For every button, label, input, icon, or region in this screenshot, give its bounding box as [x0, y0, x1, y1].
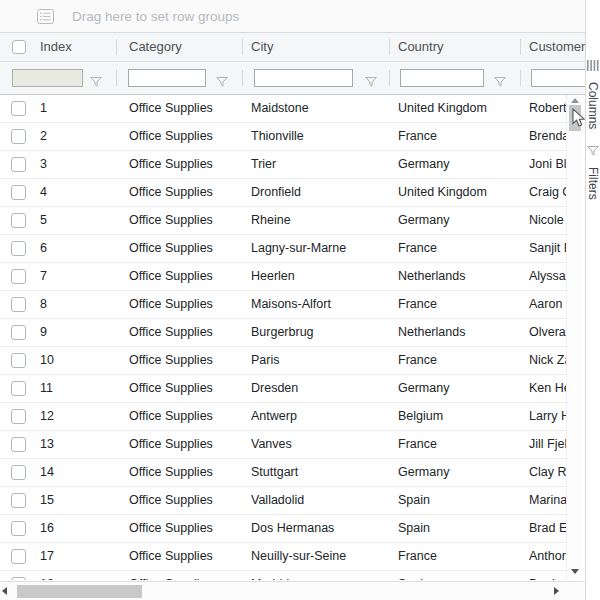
cell-category: Office Supplies — [129, 319, 213, 346]
table-row[interactable]: 15 Office Supplies Valladolid Spain Mari… — [0, 487, 566, 515]
tab-columns-label: Columns — [586, 82, 600, 129]
row-checkbox[interactable] — [11, 101, 26, 116]
row-group-drop-zone[interactable]: Drag here to set row groups — [0, 0, 585, 33]
row-checkbox[interactable] — [11, 437, 26, 452]
row-checkbox[interactable] — [11, 465, 26, 480]
columns-icon — [587, 57, 599, 75]
cell-customer: Craig C — [529, 179, 566, 206]
row-checkbox[interactable] — [11, 157, 26, 172]
filter-funnel-icon[interactable] — [90, 73, 102, 91]
cell-city: Vanves — [251, 431, 292, 458]
table-row[interactable]: 5 Office Supplies Rheine Germany Nicole — [0, 207, 566, 235]
grid-main: Drag here to set row groups Index Catego… — [0, 0, 585, 600]
cell-customer: Robert — [529, 95, 566, 122]
cell-country: France — [398, 431, 437, 458]
table-row[interactable]: 8 Office Supplies Maisons-Alfort France … — [0, 291, 566, 319]
row-checkbox[interactable] — [11, 409, 26, 424]
scroll-up-arrow-icon[interactable] — [571, 98, 579, 103]
row-checkbox[interactable] — [11, 269, 26, 284]
table-row[interactable]: 10 Office Supplies Paris France Nick Za — [0, 347, 566, 375]
scroll-left-arrow-icon[interactable] — [2, 587, 7, 595]
table-row[interactable]: 1 Office Supplies Maidstone United Kingd… — [0, 95, 566, 123]
row-checkbox[interactable] — [11, 577, 26, 580]
filter-funnel-icon[interactable] — [494, 73, 506, 91]
table-row[interactable]: 18 Office Supplies Madrid Spain Dani — [0, 571, 566, 580]
scroll-down-arrow-icon[interactable] — [571, 569, 579, 574]
scroll-right-arrow-icon[interactable] — [554, 587, 559, 595]
vertical-scrollbar-thumb[interactable] — [569, 105, 581, 131]
table-row[interactable]: 9 Office Supplies Burgerbrug Netherlands… — [0, 319, 566, 347]
column-header-category[interactable]: Category — [129, 33, 182, 61]
cell-category: Office Supplies — [129, 515, 213, 542]
row-checkbox[interactable] — [11, 129, 26, 144]
cell-index: 1 — [40, 95, 47, 122]
cell-index: 7 — [40, 263, 47, 290]
row-checkbox[interactable] — [11, 521, 26, 536]
column-header-city[interactable]: City — [251, 33, 273, 61]
row-checkbox[interactable] — [11, 325, 26, 340]
table-row[interactable]: 6 Office Supplies Lagny-sur-Marne France… — [0, 235, 566, 263]
table-row[interactable]: 3 Office Supplies Trier Germany Joni Blu — [0, 151, 566, 179]
filter-input-city[interactable] — [254, 69, 353, 87]
table-row[interactable]: 13 Office Supplies Vanves France Jill Fj… — [0, 431, 566, 459]
cell-country: Spain — [398, 487, 430, 514]
column-header-customer[interactable]: Customer — [529, 33, 585, 61]
cell-customer: Dani — [529, 571, 555, 580]
cell-category: Office Supplies — [129, 291, 213, 318]
column-separator[interactable] — [242, 39, 243, 55]
row-checkbox[interactable] — [11, 353, 26, 368]
cell-index: 15 — [40, 487, 54, 514]
tab-columns[interactable]: Columns — [586, 57, 600, 129]
cell-country: France — [398, 235, 437, 262]
cell-customer: Olvera T — [529, 319, 566, 346]
row-checkbox[interactable] — [11, 493, 26, 508]
filter-input-customer[interactable] — [531, 69, 585, 87]
table-row[interactable]: 12 Office Supplies Antwerp Belgium Larry… — [0, 403, 566, 431]
column-separator[interactable] — [389, 39, 390, 55]
row-checkbox[interactable] — [11, 297, 26, 312]
filter-input-category[interactable] — [128, 69, 206, 87]
cell-country: Belgium — [398, 403, 443, 430]
horizontal-scrollbar-thumb[interactable] — [17, 585, 142, 598]
filter-funnel-icon[interactable] — [365, 73, 377, 91]
filter-funnel-icon[interactable] — [216, 73, 228, 91]
row-checkbox[interactable] — [11, 241, 26, 256]
tab-filters[interactable]: Filters — [586, 142, 600, 200]
table-row[interactable]: 2 Office Supplies Thionville France Bren… — [0, 123, 566, 151]
cell-category: Office Supplies — [129, 543, 213, 570]
table-row[interactable]: 17 Office Supplies Neuilly-sur-Seine Fra… — [0, 543, 566, 571]
cell-customer: Brad Ea — [529, 515, 566, 542]
cell-city: Antwerp — [251, 403, 297, 430]
tab-filters-label: Filters — [586, 167, 600, 200]
table-row[interactable]: 16 Office Supplies Dos Hermanas Spain Br… — [0, 515, 566, 543]
cell-index: 10 — [40, 347, 54, 374]
cell-city: Trier — [251, 151, 276, 178]
cell-country: Netherlands — [398, 319, 465, 346]
cell-index: 12 — [40, 403, 54, 430]
column-separator[interactable] — [116, 39, 117, 55]
table-row[interactable]: 4 Office Supplies Dronfield United Kingd… — [0, 179, 566, 207]
cell-category: Office Supplies — [129, 263, 213, 290]
cell-country: United Kingdom — [398, 179, 487, 206]
row-checkbox[interactable] — [11, 185, 26, 200]
column-header-index[interactable]: Index — [40, 33, 72, 61]
cell-category: Office Supplies — [129, 95, 213, 122]
row-checkbox[interactable] — [11, 549, 26, 564]
vertical-scrollbar[interactable] — [567, 95, 583, 580]
table-row[interactable]: 11 Office Supplies Dresden Germany Ken H… — [0, 375, 566, 403]
column-separator[interactable] — [520, 39, 521, 55]
horizontal-scrollbar[interactable] — [0, 581, 585, 600]
cell-city: Madrid — [251, 571, 289, 580]
cell-category: Office Supplies — [129, 347, 213, 374]
row-checkbox[interactable] — [11, 381, 26, 396]
filter-input-country[interactable] — [400, 69, 484, 87]
column-header-country[interactable]: Country — [398, 33, 444, 61]
table-row[interactable]: 7 Office Supplies Heerlen Netherlands Al… — [0, 263, 566, 291]
table-row[interactable]: 14 Office Supplies Stuttgart Germany Cla… — [0, 459, 566, 487]
row-checkbox[interactable] — [11, 213, 26, 228]
cell-city: Lagny-sur-Marne — [251, 235, 346, 262]
cell-index: 9 — [40, 319, 47, 346]
cell-country: Germany — [398, 151, 449, 178]
select-all-checkbox[interactable] — [12, 40, 26, 54]
cell-index: 17 — [40, 543, 54, 570]
